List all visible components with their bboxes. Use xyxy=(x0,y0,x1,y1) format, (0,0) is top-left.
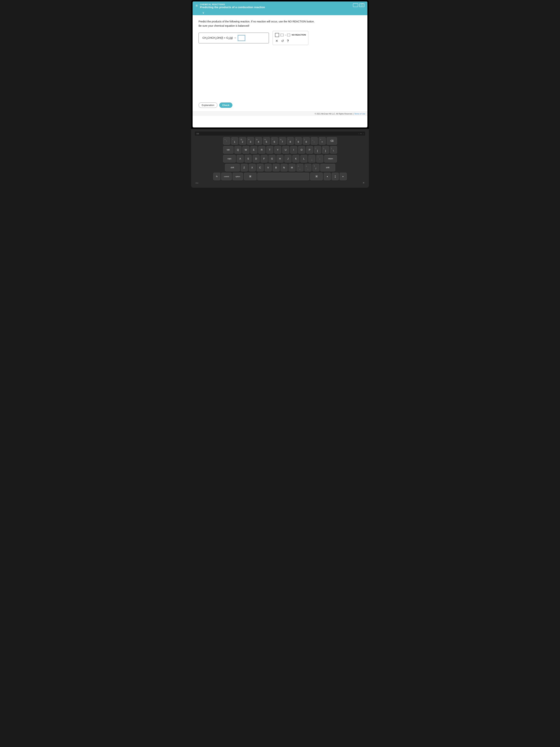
key-backspace[interactable]: ⌫ xyxy=(327,137,337,145)
key-return[interactable]: return xyxy=(324,155,337,163)
key-shift-right[interactable]: shift xyxy=(320,164,335,172)
key-e[interactable]: E xyxy=(250,146,258,154)
key-right-arrow[interactable]: ▸ xyxy=(340,173,347,180)
key-6[interactable]: ^6 xyxy=(271,137,278,145)
answer-input-box[interactable] xyxy=(238,35,245,41)
footer: © 2021 McGraw Hill LLC. All Rights Reser… xyxy=(193,111,367,116)
subscript-single-icon[interactable] xyxy=(275,33,279,37)
key-caps[interactable]: caps xyxy=(223,155,236,163)
window-minimize-btn[interactable] xyxy=(353,3,358,7)
subject-label: CHEMICAL REACTIONS xyxy=(200,3,265,5)
key-row-bottom: fn control option ⌘ ⌘ ◂ ▴ ▾ ▸ xyxy=(195,173,365,180)
key-a[interactable]: A xyxy=(237,155,244,163)
key-slash[interactable]: ?/ xyxy=(313,164,319,172)
key-option[interactable]: option xyxy=(233,173,243,180)
esc-label: esc xyxy=(195,182,198,184)
key-quote[interactable]: "' xyxy=(316,155,323,163)
keyboard-area: ⌨ ‹ ✦ ♪ ~` !1 @2 #3 $4 %5 ^6 &7 *8 (9 )0… xyxy=(191,129,369,188)
key-o[interactable]: O xyxy=(298,146,305,154)
key-3[interactable]: #3 xyxy=(247,137,254,145)
title-area: CHEMICAL REACTIONS Predicting the produc… xyxy=(200,3,265,9)
key-t[interactable]: T xyxy=(266,146,273,154)
key-comma[interactable]: <, xyxy=(296,164,303,172)
key-cmd-right[interactable]: ⌘ xyxy=(310,173,323,180)
content-area: Predict the products of the following re… xyxy=(193,15,367,111)
key-p[interactable]: P xyxy=(306,146,313,154)
instruction-line2: Be sure your chemical equation is balanc… xyxy=(198,24,362,27)
key-h[interactable]: H xyxy=(276,155,284,163)
key-7[interactable]: &7 xyxy=(279,137,286,145)
key-z[interactable]: Z xyxy=(241,164,248,172)
key-0[interactable]: )0 xyxy=(303,137,310,145)
key-y[interactable]: Y xyxy=(274,146,281,154)
key-row-zxcv: shift Z X C V B N M <, >. ?/ shift xyxy=(195,164,365,172)
key-j[interactable]: J xyxy=(285,155,292,163)
key-control[interactable]: control xyxy=(221,173,232,180)
key-tab[interactable]: tab xyxy=(223,146,234,154)
key-u[interactable]: U xyxy=(282,146,289,154)
key-semicolon[interactable]: :; xyxy=(308,155,315,163)
key-i[interactable]: I xyxy=(290,146,297,154)
key-4[interactable]: $4 xyxy=(255,137,262,145)
hamburger-icon[interactable]: ≡ xyxy=(195,4,198,7)
key-2[interactable]: @2 xyxy=(239,137,246,145)
touch-bar: ⌨ ‹ ✦ ♪ xyxy=(195,132,365,136)
key-f[interactable]: F xyxy=(261,155,268,163)
key-5[interactable]: %5 xyxy=(263,137,270,145)
touch-bar-back-icon[interactable]: ‹ xyxy=(358,133,359,135)
key-s[interactable]: S xyxy=(245,155,252,163)
key-b[interactable]: B xyxy=(273,164,279,172)
help-button[interactable]: ? xyxy=(287,39,289,43)
key-k[interactable]: K xyxy=(292,155,299,163)
key-fn[interactable]: fn xyxy=(213,173,220,180)
key-9[interactable]: (9 xyxy=(295,137,302,145)
explanation-button[interactable]: Explanation xyxy=(198,102,217,108)
key-d[interactable]: D xyxy=(252,155,260,163)
key-c[interactable]: C xyxy=(257,164,264,172)
undo-button[interactable]: ↺ xyxy=(281,39,284,43)
copyright-text: © 2021 McGraw Hill LLC. All Rights Reser… xyxy=(315,113,353,115)
touch-bar-volume-icon[interactable]: ♪ xyxy=(363,133,364,135)
key-w[interactable]: W xyxy=(242,146,249,154)
key-equals[interactable]: += xyxy=(319,137,326,145)
key-cmd-left[interactable]: ⌘ xyxy=(244,173,257,180)
key-minus[interactable]: _- xyxy=(311,137,318,145)
key-left-arrow[interactable]: ◂ xyxy=(324,173,331,180)
key-m[interactable]: M xyxy=(289,164,296,172)
key-g[interactable]: G xyxy=(268,155,275,163)
reaction-formula: CH2CHCH2OH(l) + O2(g) → xyxy=(203,36,236,40)
subscript-arrow-icon[interactable]: → xyxy=(281,33,290,36)
window-expand-btn[interactable] xyxy=(359,3,365,7)
subscript-controls-row: → NO REACTION xyxy=(275,33,306,37)
key-shift-left[interactable]: shift xyxy=(225,164,240,172)
key-8[interactable]: *8 xyxy=(287,137,294,145)
key-space[interactable] xyxy=(258,173,309,180)
esc-label-row: esc ⌘ xyxy=(195,182,365,184)
key-n[interactable]: N xyxy=(281,164,288,172)
key-updown-arrow[interactable]: ▴ ▾ xyxy=(332,173,339,180)
key-backslash[interactable]: |\ xyxy=(330,146,337,154)
content-spacer xyxy=(198,51,362,106)
top-bar: ≡ CHEMICAL REACTIONS Predicting the prod… xyxy=(193,1,367,10)
key-row-numbers: ~` !1 @2 #3 $4 %5 ^6 &7 *8 (9 )0 _- += ⌫ xyxy=(195,137,365,145)
collapse-row: ∨ xyxy=(193,10,367,15)
check-button[interactable]: Check xyxy=(219,102,233,108)
key-x[interactable]: X xyxy=(249,164,256,172)
collapse-button[interactable]: ∨ xyxy=(202,11,205,15)
key-r[interactable]: R xyxy=(258,146,265,154)
key-rbracket[interactable]: }] xyxy=(322,146,329,154)
key-1[interactable]: !1 xyxy=(231,137,238,145)
clear-button[interactable]: ✕ xyxy=(275,39,278,43)
key-v[interactable]: V xyxy=(265,164,272,172)
key-backtick[interactable]: ~` xyxy=(223,137,230,145)
touch-bar-keyboard-icon: ⌨ xyxy=(196,133,199,135)
touch-bar-sparkle-icon[interactable]: ✦ xyxy=(360,133,362,135)
key-period[interactable]: >. xyxy=(304,164,312,172)
window-controls xyxy=(353,3,365,7)
terms-of-use-link[interactable]: Terms of Use xyxy=(354,113,365,115)
key-l[interactable]: L xyxy=(300,155,308,163)
instruction-line1: Predict the products of the following re… xyxy=(198,20,362,24)
key-q[interactable]: Q xyxy=(235,146,241,154)
key-lbracket[interactable]: {[ xyxy=(314,146,321,154)
reaction-equation-box: CH2CHCH2OH(l) + O2(g) → xyxy=(198,33,269,43)
